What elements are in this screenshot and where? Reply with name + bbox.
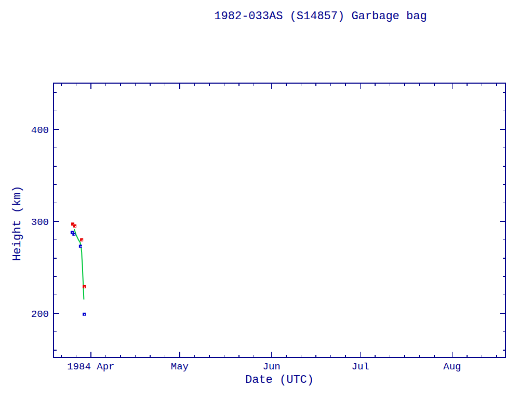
- plot-frame: [54, 83, 506, 357]
- y-axis-title: Height (km): [11, 185, 24, 261]
- marker-dot: [74, 234, 75, 235]
- axis-ticks: [54, 83, 506, 357]
- satellite-decay-chart-page: 1982-033AS (S14857) Garbage bag 1984 Apr…: [0, 0, 532, 399]
- marker-dot: [75, 226, 76, 227]
- y-tick-label: 300: [31, 217, 49, 228]
- marker-dot: [81, 246, 82, 247]
- tick-labels: 1984 AprMayJunJulAug200300400: [31, 125, 461, 373]
- marker-dot: [84, 314, 85, 315]
- plot-area: 1984 AprMayJunJulAug200300400: [0, 0, 532, 399]
- x-axis-title: Date (UTC): [245, 374, 314, 387]
- marker-dot: [84, 287, 85, 288]
- marker-dot: [82, 240, 83, 241]
- series-perigee-height: [71, 231, 86, 316]
- x-tick-label: May: [171, 361, 189, 373]
- x-tick-label: 1984 Apr: [67, 361, 114, 373]
- y-tick-label: 200: [31, 309, 49, 320]
- x-tick-label: Aug: [443, 361, 461, 373]
- y-tick-label: 400: [31, 125, 49, 136]
- x-tick-label: Jun: [262, 361, 280, 373]
- x-tick-label: Jul: [352, 361, 369, 373]
